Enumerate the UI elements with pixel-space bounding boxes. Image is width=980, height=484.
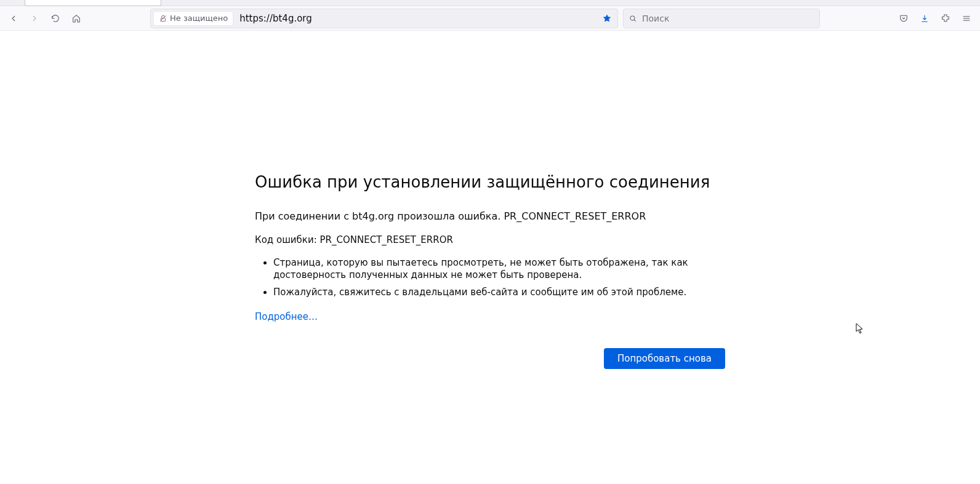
reload-button[interactable] <box>46 9 65 28</box>
extension-icon <box>941 14 950 23</box>
reload-icon <box>50 14 60 23</box>
error-bullet: Страница, которую вы пытаетесь просмотре… <box>273 256 725 282</box>
home-button[interactable] <box>66 9 86 28</box>
error-title: Ошибка при установлении защищённого соед… <box>255 172 725 192</box>
download-icon <box>920 14 930 23</box>
error-subtitle: При соединении с bt4g.org произошла ошиб… <box>255 210 725 223</box>
app-menu-button[interactable] <box>957 9 976 28</box>
downloads-button[interactable] <box>915 9 934 28</box>
arrow-right-icon <box>30 14 39 23</box>
arrow-left-icon <box>9 14 18 23</box>
svg-point-2 <box>630 15 635 20</box>
tab-strip <box>0 0 980 6</box>
page-content: Ошибка при установлении защищённого соед… <box>0 31 980 484</box>
url-input[interactable] <box>237 13 595 24</box>
bookmark-star-button[interactable] <box>599 10 615 26</box>
url-bar[interactable]: Не защищено <box>150 9 618 28</box>
error-container: Ошибка при установлении защищённого соед… <box>255 31 725 369</box>
pocket-icon <box>899 14 909 23</box>
retry-button[interactable]: Попробовать снова <box>604 348 725 369</box>
site-identity-label: Не защищено <box>170 14 228 23</box>
learn-more-link[interactable]: Подробнее… <box>255 311 318 322</box>
extensions-button[interactable] <box>936 9 955 28</box>
error-bullet: Пожалуйста, свяжитесь с владельцами веб-… <box>273 286 725 298</box>
star-filled-icon <box>602 14 612 23</box>
search-input[interactable] <box>642 14 814 23</box>
hamburger-icon <box>962 14 971 23</box>
error-button-row: Попробовать снова <box>255 348 725 369</box>
site-identity-box[interactable]: Не защищено <box>153 11 233 26</box>
active-tab[interactable] <box>25 0 161 6</box>
home-icon <box>71 14 81 23</box>
search-icon <box>629 14 637 23</box>
search-bar[interactable] <box>623 9 820 28</box>
back-button[interactable] <box>4 9 23 28</box>
pocket-button[interactable] <box>894 9 914 28</box>
error-bullet-list: Страница, которую вы пытаетесь просмотре… <box>255 256 725 299</box>
insecure-lock-icon <box>159 14 167 23</box>
browser-toolbar: Не защищено <box>0 6 980 31</box>
forward-button[interactable] <box>25 9 44 28</box>
error-code-line: Код ошибки: PR_CONNECT_RESET_ERROR <box>255 234 725 245</box>
